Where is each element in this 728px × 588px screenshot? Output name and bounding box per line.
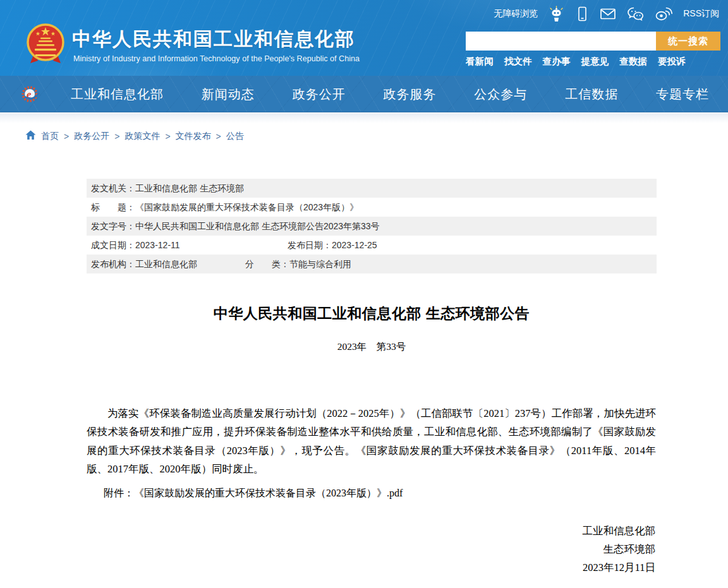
signature-agency-miit: 工业和信息化部 [583, 522, 656, 540]
meta-value: 中华人民共和国工业和信息化部 生态环境部公告2023年第33号 [135, 221, 380, 231]
meta-value: 工业和信息化部 [135, 259, 197, 269]
meta-row-title: 标 题：《国家鼓励发展的重大环保技术装备目录（2023年版）》 [87, 198, 657, 217]
rss-link[interactable]: RSS订阅 [683, 8, 719, 20]
meta-row-dates: 成文日期：2023-12-11 发布日期：2023-12-25 [87, 236, 657, 255]
unified-search-button[interactable]: 统一搜索 [656, 32, 720, 51]
content-top-fade [0, 113, 728, 123]
nav-item-news[interactable]: 新闻动态 [202, 86, 255, 103]
quick-links: 看新闻 找文件 查办事 提意见 查数据 要投诉 [466, 56, 686, 68]
meta-label: 标 题： [91, 202, 135, 212]
meta-value: 2023-12-25 [332, 240, 377, 250]
meta-label: 发布日期： [288, 240, 332, 250]
document-meta-table: 发文机关：工业和信息化部 生态环境部 标 题：《国家鼓励发展的重大环保技术装备目… [87, 179, 657, 273]
site-subtitle: Ministry of Industry and Information Tec… [73, 54, 360, 63]
main-nav: e 工业和信息化部 新闻动态 政务公开 政务服务 公众参与 工信数据 专题专栏 [0, 76, 728, 112]
meta-label: 发文机关： [91, 183, 135, 193]
quick-link-complaint[interactable]: 要投诉 [658, 56, 686, 68]
signature-date: 2023年12月11日 [583, 558, 656, 577]
meta-row-publisher: 发布机构：工业和信息化部 分 类：节能与综合利用 [87, 255, 657, 273]
meta-label: 发布机构： [91, 259, 135, 269]
quick-link-services[interactable]: 查办事 [543, 56, 571, 68]
nav-item-public-participation[interactable]: 公众参与 [474, 86, 527, 103]
meta-label: 成文日期： [91, 240, 135, 250]
search-input[interactable] [466, 32, 656, 51]
announcement-body: 为落实《环保装备制造业高质量发展行动计划（2022－2025年）》（工信部联节〔… [87, 404, 656, 479]
breadcrumb-separator: > [64, 131, 69, 141]
announcement-issue-number: 2023年 第33号 [87, 340, 657, 354]
meta-cell-publish-date: 发布日期：2023-12-25 [288, 236, 377, 255]
search-box: 统一搜索 [466, 32, 720, 51]
home-icon[interactable] [25, 130, 36, 142]
breadcrumb-announcement[interactable]: 公告 [226, 131, 244, 142]
accessibility-link[interactable]: 无障碍浏览 [494, 8, 538, 20]
meta-label: 发文字号： [91, 221, 135, 231]
mail-icon[interactable] [600, 7, 616, 21]
wechat-icon[interactable] [627, 6, 644, 21]
meta-value: 2023-12-11 [135, 240, 180, 250]
national-emblem-logo [27, 21, 64, 71]
breadcrumb-separator: > [165, 131, 170, 141]
nav-item-special-topics[interactable]: 专题专栏 [656, 86, 709, 103]
site-title: 中华人民共和国工业和信息化部 [72, 27, 355, 52]
meta-value: 节能与综合利用 [289, 259, 351, 269]
breadcrumb-file-release[interactable]: 文件发布 [176, 131, 211, 142]
quick-link-files[interactable]: 找文件 [504, 56, 532, 68]
miit-e-logo-icon: e [21, 85, 40, 106]
quick-link-feedback[interactable]: 提意见 [581, 56, 609, 68]
signature-block: 工业和信息化部 生态环境部 2023年12月11日 [583, 522, 656, 577]
nav-item-gov-disclosure[interactable]: 政务公开 [293, 86, 346, 103]
meta-label: 分 类： [245, 259, 289, 269]
signature-agency-mee: 生态环境部 [583, 540, 656, 558]
breadcrumb: 首页 > 政务公开 > 政策文件 > 文件发布 > 公告 [25, 130, 244, 142]
page: 无障碍浏览 [0, 0, 728, 588]
breadcrumb-home[interactable]: 首页 [41, 131, 59, 142]
meta-row-doc-number: 发文字号：中华人民共和国工业和信息化部 生态环境部公告2023年第33号 [87, 217, 657, 236]
meta-cell-category: 分 类：节能与综合利用 [245, 255, 351, 273]
utility-bar: 无障碍浏览 [494, 6, 719, 22]
robot-assistant-icon[interactable] [549, 6, 564, 22]
announcement-title: 中华人民共和国工业和信息化部 生态环境部公告 [87, 304, 657, 323]
quick-link-data[interactable]: 查数据 [619, 56, 647, 68]
breadcrumb-separator: > [114, 131, 119, 141]
mobile-icon[interactable] [575, 6, 589, 21]
breadcrumb-policy-files[interactable]: 政策文件 [124, 131, 160, 142]
nav-item-miit[interactable]: 工业和信息化部 [71, 86, 164, 103]
quick-link-news[interactable]: 看新闻 [466, 56, 494, 68]
meta-value: 《国家鼓励发展的重大环保技术装备目录（2023年版）》 [135, 202, 358, 212]
breadcrumb-separator: > [216, 131, 221, 141]
attachment-pdf-link[interactable]: 附件：《国家鼓励发展的重大环保技术装备目录（2023年版）》.pdf [87, 487, 403, 500]
meta-value: 工业和信息化部 生态环境部 [135, 183, 244, 193]
breadcrumb-gov-disclosure[interactable]: 政务公开 [74, 131, 109, 142]
nav-items: 工业和信息化部 新闻动态 政务公开 政务服务 公众参与 工信数据 专题专栏 [71, 76, 709, 112]
nav-item-industry-data[interactable]: 工信数据 [565, 86, 618, 103]
nav-item-gov-services[interactable]: 政务服务 [383, 86, 436, 103]
weibo-icon[interactable] [655, 6, 672, 21]
meta-row-issuing-agency: 发文机关：工业和信息化部 生态环境部 [87, 179, 657, 198]
site-header: 无障碍浏览 [0, 0, 728, 76]
